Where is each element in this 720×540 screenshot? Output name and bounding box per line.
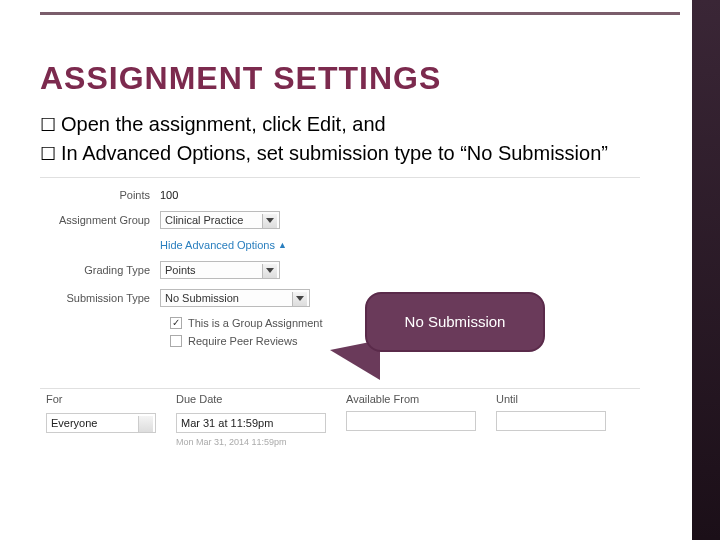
divider: [40, 177, 640, 178]
assignment-form: Points 100 Assignment Group Clinical Pra…: [50, 189, 323, 353]
decorative-top-bar: [40, 12, 680, 15]
for-select[interactable]: Everyone: [46, 413, 156, 433]
points-value: 100: [160, 189, 178, 201]
submission-type-row: Submission Type No Submission: [50, 289, 323, 307]
group-assignment-label: This is a Group Assignment: [188, 317, 323, 329]
until-input[interactable]: [496, 411, 606, 431]
due-date-header: Due Date: [176, 393, 346, 405]
for-value: Everyone: [51, 417, 97, 429]
slide-title: ASSIGNMENT SETTINGS: [40, 60, 690, 97]
points-row: Points 100: [50, 189, 323, 201]
chevron-down-icon: [266, 218, 274, 223]
slide: ASSIGNMENT SETTINGS Open the assignment,…: [0, 0, 720, 540]
assignment-group-value: Clinical Practice: [165, 214, 243, 226]
due-header-row: For Due Date Available From Until: [40, 388, 640, 411]
grading-type-select[interactable]: Points: [160, 261, 280, 279]
available-from-header: Available From: [346, 393, 496, 405]
due-date-subtext: Mon Mar 31, 2014 11:59pm: [176, 437, 640, 447]
submission-type-select[interactable]: No Submission: [160, 289, 310, 307]
available-from-input[interactable]: [346, 411, 476, 431]
submission-type-label: Submission Type: [50, 292, 160, 304]
due-date-input[interactable]: Mar 31 at 11:59pm: [176, 413, 326, 433]
bullet-list: Open the assignment, click Edit, and In …: [40, 111, 690, 167]
decorative-right-bar: [692, 0, 720, 540]
triangle-up-icon: ▲: [278, 240, 287, 250]
due-date-section: For Due Date Available From Until Everyo…: [40, 388, 640, 447]
group-assignment-row: This is a Group Assignment: [170, 317, 323, 329]
grading-type-label: Grading Type: [50, 264, 160, 276]
assignment-group-select[interactable]: Clinical Practice: [160, 211, 280, 229]
assignment-group-label: Assignment Group: [50, 214, 160, 226]
until-header: Until: [496, 393, 616, 405]
submission-type-value: No Submission: [165, 292, 239, 304]
bullet-open-assignment: Open the assignment, click Edit, and: [40, 111, 690, 138]
callout-bubble: No Submission: [365, 292, 545, 352]
advanced-options-row: Hide Advanced Options ▲: [50, 239, 323, 251]
bullet-set-submission: In Advanced Options, set submission type…: [40, 140, 690, 167]
chevron-down-icon: [296, 296, 304, 301]
peer-reviews-checkbox[interactable]: [170, 335, 182, 347]
peer-reviews-label: Require Peer Reviews: [188, 335, 297, 347]
due-values-row: Everyone Mar 31 at 11:59pm: [40, 411, 640, 437]
for-header: For: [46, 393, 176, 405]
points-label: Points: [50, 189, 160, 201]
group-assignment-checkbox[interactable]: [170, 317, 182, 329]
peer-reviews-row: Require Peer Reviews: [170, 335, 323, 347]
callout-text: No Submission: [405, 313, 506, 332]
grading-type-value: Points: [165, 264, 196, 276]
chevron-down-icon: [266, 268, 274, 273]
grading-type-row: Grading Type Points: [50, 261, 323, 279]
hide-advanced-options-link[interactable]: Hide Advanced Options: [160, 239, 275, 251]
canvas-settings-screenshot: Points 100 Assignment Group Clinical Pra…: [40, 177, 640, 447]
assignment-group-row: Assignment Group Clinical Practice: [50, 211, 323, 229]
due-date-value: Mar 31 at 11:59pm: [181, 417, 273, 429]
chevron-down-icon: [142, 422, 150, 427]
